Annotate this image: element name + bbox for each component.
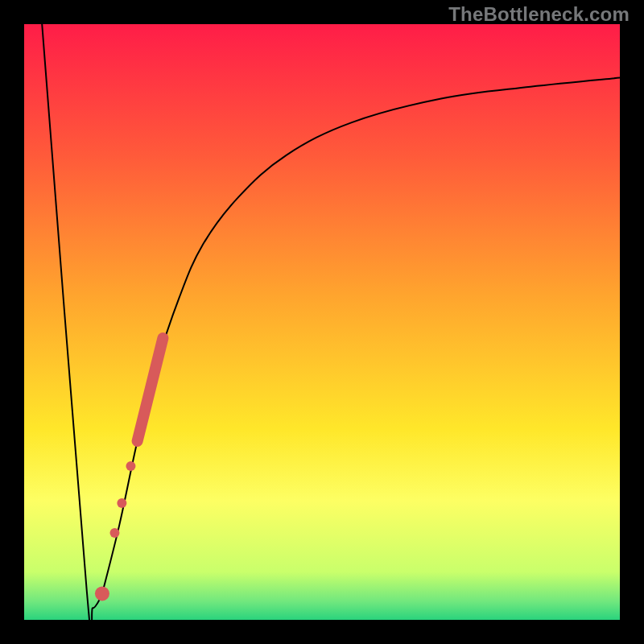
highlight-point-2 (109, 528, 119, 538)
plot-area (24, 24, 620, 620)
watermark-text: TheBottleneck.com (448, 3, 630, 26)
highlight-point-1 (117, 498, 126, 508)
highlight-point-0 (126, 461, 135, 471)
curve-right-branch (101, 78, 620, 597)
chart-frame: TheBottleneck.com (0, 0, 644, 644)
highlight-bar (138, 338, 163, 441)
curve-layer (24, 24, 620, 620)
curve-left-branch (42, 24, 101, 620)
highlight-cluster (95, 338, 163, 601)
highlight-point-3 (95, 586, 109, 601)
